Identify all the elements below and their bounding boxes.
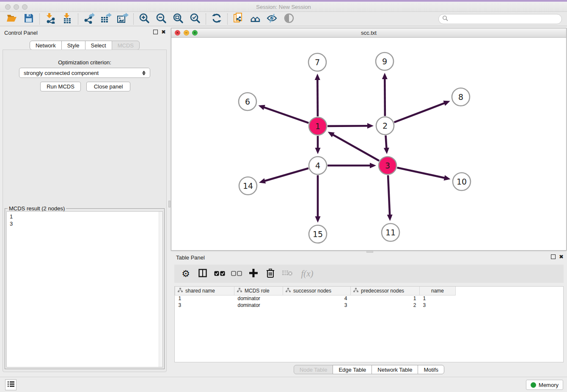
- column-header-predecessor-nodes[interactable]: predecessor nodes: [351, 287, 420, 295]
- table-settings-button[interactable]: ⚙: [180, 268, 191, 279]
- graph-node-11[interactable]: 11: [382, 224, 399, 241]
- graph-edge-3-11[interactable]: [387, 175, 393, 221]
- import-table-button[interactable]: [59, 13, 76, 25]
- task-history-button[interactable]: [5, 379, 17, 390]
- zoom-in-button[interactable]: [136, 13, 153, 25]
- deselect-all-rows-button[interactable]: [231, 268, 242, 279]
- select-all-rows-button[interactable]: [214, 268, 225, 279]
- column-header-MCDS-role[interactable]: MCDS role: [234, 287, 283, 295]
- graph-node-15[interactable]: 15: [309, 225, 327, 243]
- export-table-button[interactable]: [97, 13, 114, 25]
- graph-node-7[interactable]: 7: [308, 53, 326, 71]
- result-scrollbar[interactable]: [159, 212, 162, 367]
- search-input[interactable]: [448, 16, 558, 22]
- mcds-result-area[interactable]: 13: [6, 211, 163, 367]
- table-cell[interactable]: 1: [351, 295, 420, 302]
- vertical-split-handle[interactable]: [168, 201, 171, 207]
- table-tab-motifs[interactable]: Motifs: [418, 365, 444, 374]
- table-cell[interactable]: 1: [420, 295, 456, 302]
- svg-text:3: 3: [385, 161, 390, 170]
- bird-eye-icon: [284, 13, 295, 25]
- export-image-button[interactable]: [114, 13, 131, 25]
- graph-edge-3-10[interactable]: [397, 168, 450, 181]
- graph-node-9[interactable]: 9: [376, 52, 394, 70]
- run-mcds-button[interactable]: Run MCDS: [40, 82, 81, 91]
- delete-column-button[interactable]: [265, 268, 276, 279]
- svg-text:9: 9: [382, 57, 387, 66]
- delete-table-button[interactable]: [282, 268, 293, 279]
- graph-node-1[interactable]: 1: [309, 117, 327, 135]
- graph-node-6[interactable]: 6: [239, 93, 256, 110]
- zoom-out-button[interactable]: [153, 13, 170, 25]
- table-cell[interactable]: 3: [283, 302, 351, 309]
- graph-edge-4-3[interactable]: [328, 163, 376, 168]
- toggle-graphics-details-button[interactable]: [264, 13, 281, 25]
- reset-view-button[interactable]: ⌂⌂: [247, 13, 264, 25]
- status-bar: Memory: [0, 377, 567, 392]
- function-builder-button[interactable]: f(x): [299, 268, 316, 279]
- zoom-fit-button[interactable]: [170, 13, 187, 25]
- table-cell[interactable]: 3: [175, 302, 234, 309]
- column-header-name[interactable]: name: [420, 287, 456, 295]
- window-title: Session: New Session: [0, 4, 567, 10]
- refresh-view-button[interactable]: [208, 13, 225, 25]
- add-column-button[interactable]: [248, 268, 259, 279]
- table-tab-edge-table[interactable]: Edge Table: [333, 365, 372, 374]
- zoom-selected-button[interactable]: [187, 13, 204, 25]
- graph-node-14[interactable]: 14: [239, 177, 257, 195]
- table-cell[interactable]: 1: [175, 295, 234, 302]
- export-image-icon: [117, 13, 129, 25]
- network-canvas[interactable]: 7968124314101511: [171, 38, 566, 250]
- memory-button[interactable]: Memory: [526, 380, 563, 390]
- graph-edge-1-6[interactable]: [258, 105, 308, 123]
- close-table-panel-icon[interactable]: ✖: [559, 254, 564, 259]
- graph-edge-2-8[interactable]: [394, 101, 450, 122]
- table-cell[interactable]: 3: [420, 302, 456, 309]
- graph-edge-2-9[interactable]: [382, 73, 388, 116]
- save-session-button[interactable]: [20, 13, 37, 25]
- table-cell[interactable]: dominator: [234, 295, 283, 302]
- graph-edge-4-14[interactable]: [259, 168, 308, 183]
- column-header-successor-nodes[interactable]: successor nodes: [283, 287, 351, 295]
- export-network-button[interactable]: [80, 13, 97, 25]
- table-cell[interactable]: 4: [283, 295, 351, 302]
- control-tab-select[interactable]: Select: [85, 41, 112, 50]
- table-row[interactable]: 3dominator323: [175, 302, 456, 309]
- graph-edge-1-4[interactable]: [315, 136, 321, 154]
- table-cell[interactable]: 2: [351, 302, 420, 309]
- column-header-shared-name[interactable]: shared name: [175, 287, 234, 295]
- table-tab-network-table[interactable]: Network Table: [372, 365, 418, 374]
- graph-edge-4-15[interactable]: [315, 175, 321, 223]
- import-network-button[interactable]: [42, 13, 59, 25]
- bird-eye-view-button[interactable]: [281, 13, 297, 25]
- table-tab-node-table[interactable]: Node Table: [294, 365, 333, 374]
- graph-edge-1-2[interactable]: [328, 123, 374, 129]
- float-table-panel-icon[interactable]: [551, 254, 556, 259]
- float-panel-icon[interactable]: [153, 30, 158, 34]
- svg-text:2: 2: [383, 121, 388, 130]
- graph-node-8[interactable]: 8: [452, 88, 470, 106]
- column-chooser-button[interactable]: [197, 268, 208, 279]
- graph-edge-3-1[interactable]: [328, 132, 379, 160]
- control-tab-style[interactable]: Style: [61, 41, 85, 50]
- graph-edge-2-3[interactable]: [384, 135, 389, 154]
- network-window-titlebar[interactable]: ✕ − + scc.txt: [171, 28, 566, 38]
- control-tab-network[interactable]: Network: [30, 41, 62, 50]
- table-row[interactable]: 1dominator411: [175, 295, 456, 302]
- close-panel-button[interactable]: Close panel: [86, 82, 130, 91]
- graph-edge-1-7[interactable]: [315, 74, 320, 116]
- graph-node-10[interactable]: 10: [453, 173, 471, 190]
- graph-node-4[interactable]: 4: [309, 157, 327, 174]
- graph-node-2[interactable]: 2: [376, 117, 394, 135]
- search-box[interactable]: [438, 14, 562, 24]
- optimization-criterion-select[interactable]: strongly connected component: [19, 68, 150, 78]
- clone-network-button[interactable]: [230, 13, 247, 25]
- mcds-result-box: MCDS result (2 nodes) 13: [5, 208, 165, 369]
- graph-node-3[interactable]: 3: [379, 157, 396, 174]
- close-panel-icon[interactable]: ✖: [161, 30, 166, 34]
- table-cell[interactable]: dominator: [234, 302, 283, 309]
- zoom-fit-icon: [173, 13, 184, 25]
- control-tab-mcds[interactable]: MCDS: [112, 41, 140, 50]
- open-session-button[interactable]: [3, 13, 20, 25]
- control-panel-tabs: NetworkStyleSelectMCDS: [0, 41, 169, 50]
